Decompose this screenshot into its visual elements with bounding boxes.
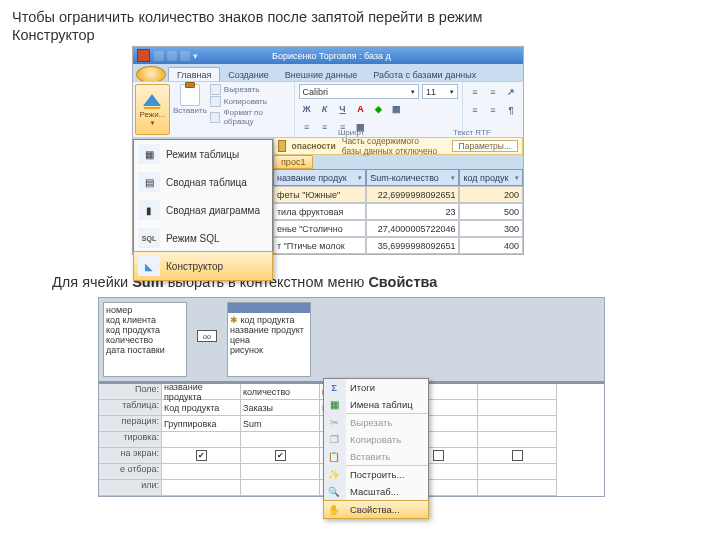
- qbe-row-label: тировка:: [99, 432, 161, 448]
- menu-pivot-chart[interactable]: ▮Сводная диаграмма: [134, 196, 272, 224]
- qbe-column[interactable]: [478, 384, 557, 496]
- underline-button[interactable]: Ч: [335, 101, 351, 117]
- show-checkbox[interactable]: [433, 450, 444, 461]
- ctx-properties[interactable]: ✋Свойства...: [323, 500, 429, 519]
- tab-dbtools[interactable]: Работа с базами данных: [365, 68, 484, 81]
- font-color-button[interactable]: A: [353, 101, 369, 117]
- sigma-icon: Σ: [327, 381, 341, 395]
- ctx-zoom[interactable]: 🔍Масштаб...: [324, 483, 428, 500]
- qbe-row-label: на экран:: [99, 448, 161, 464]
- pivot-table-icon: ▤: [138, 172, 160, 192]
- copy-button[interactable]: Копировать: [210, 96, 292, 107]
- copy-icon: [210, 96, 221, 107]
- table-row[interactable]: тила фруктовая23500: [273, 203, 523, 220]
- ctx-paste[interactable]: 📋Вставить: [324, 448, 428, 465]
- group-label-font: Шрифт: [338, 128, 364, 137]
- table-row[interactable]: феты "Южные"22,6999998092651200: [273, 186, 523, 203]
- zoom-icon: 🔍: [327, 485, 341, 499]
- table-row[interactable]: т "Птичье молок35,6999998092651400: [273, 237, 523, 254]
- paste-icon: 📋: [327, 450, 341, 464]
- qbe-row-label: е отбора:: [99, 464, 161, 480]
- tab-create[interactable]: Создание: [220, 68, 277, 81]
- access-ribbon-screenshot: ▾ Борисенко Торговля : база д Главная Со…: [132, 46, 524, 255]
- qbe-row-label: Поле:: [99, 384, 161, 400]
- show-checkbox[interactable]: ✔: [275, 450, 286, 461]
- menu-sql-view[interactable]: SQLРежим SQL: [134, 224, 272, 252]
- security-warning-bar: опасности Часть содержимого базы данных …: [273, 137, 523, 155]
- ctx-copy[interactable]: ❐Копировать: [324, 431, 428, 448]
- sql-icon: SQL: [138, 228, 160, 248]
- instruction-1: Чтобы ограничить количество знаков после…: [12, 8, 708, 44]
- gridlines-button[interactable]: ▦: [389, 101, 405, 117]
- copy-icon: ❐: [327, 433, 341, 447]
- ctx-cut[interactable]: ✂Вырезать: [324, 414, 428, 431]
- window-titlebar: ▾ Борисенко Торговля : база д: [133, 47, 523, 64]
- datasheet-icon: ▦: [138, 144, 160, 164]
- align-left-button[interactable]: ≡: [299, 119, 315, 135]
- menu-datasheet-view[interactable]: ▦Режим таблицы: [134, 140, 272, 168]
- col-header-name[interactable]: название продук▾: [273, 169, 366, 186]
- view-mode-button[interactable]: Режи... ▼: [135, 84, 170, 135]
- properties-icon: ✋: [327, 503, 341, 517]
- fill-color-button[interactable]: ◆: [371, 101, 387, 117]
- qbe-row-label: или:: [99, 480, 161, 496]
- italic-button[interactable]: К: [317, 101, 333, 117]
- font-name-select[interactable]: Calibri▾: [299, 84, 419, 99]
- query-tab: прос1: [273, 155, 523, 169]
- brush-icon: [210, 112, 221, 123]
- group-label-rtf: Текст RTF: [453, 128, 491, 137]
- access-logo-icon: [137, 49, 150, 62]
- warning-options-button[interactable]: Параметры...: [452, 140, 518, 152]
- relationship-pane: номеркод клиентакод продуктаколичествода…: [99, 298, 604, 382]
- ctx-build[interactable]: ✨Построить...: [324, 466, 428, 483]
- font-size-select[interactable]: 11▾: [422, 84, 458, 99]
- col-header-code[interactable]: код продук▾: [459, 169, 523, 186]
- wand-icon: ✨: [327, 468, 341, 482]
- qbe-column[interactable]: название продуктаКод продуктаГруппировка…: [162, 384, 241, 496]
- pivot-chart-icon: ▮: [138, 200, 160, 220]
- col-header-sum[interactable]: Sum-количество▾: [366, 169, 459, 186]
- relationship-link-icon: оо: [197, 330, 217, 342]
- format-painter-button[interactable]: Формат по образцу: [210, 108, 292, 126]
- menu-design-view[interactable]: ◣Конструктор: [133, 251, 273, 281]
- query-result-grid: название продук▾ Sum-количество▾ код про…: [273, 169, 523, 254]
- view-mode-menu: ▦Режим таблицы ▤Сводная таблица ▮Сводная…: [133, 139, 273, 281]
- design-icon: ◣: [138, 256, 160, 276]
- qbe-row-label: перация:: [99, 416, 161, 432]
- align-center-button[interactable]: ≡: [317, 119, 333, 135]
- ribbon: Режи... ▼ Вставить Вырезать Копировать Ф…: [133, 81, 523, 137]
- ctx-table-names[interactable]: ▦Имена таблиц: [324, 396, 428, 413]
- tab-home[interactable]: Главная: [168, 67, 220, 81]
- cut-icon: [210, 84, 221, 95]
- table-fieldlist-2[interactable]: ✱ код продукта название продуктценарисун…: [227, 302, 311, 377]
- check-icon: ▦: [327, 398, 341, 412]
- tab-external[interactable]: Внешние данные: [277, 68, 365, 81]
- bold-button[interactable]: Ж: [299, 101, 315, 117]
- paste-button[interactable]: Вставить: [174, 84, 206, 135]
- menu-pivot-table[interactable]: ▤Сводная таблица: [134, 168, 272, 196]
- ribbon-tabs: Главная Создание Внешние данные Работа с…: [133, 64, 523, 81]
- qbe-row-label: таблица:: [99, 400, 161, 416]
- query-design-screenshot: номеркод клиентакод продуктаколичествода…: [98, 297, 605, 497]
- scissors-icon: ✂: [327, 416, 341, 430]
- context-menu: ΣИтоги ▦Имена таблиц ✂Вырезать ❐Копирова…: [323, 378, 429, 519]
- cut-button[interactable]: Вырезать: [210, 84, 292, 95]
- shield-icon: [278, 140, 286, 152]
- show-checkbox[interactable]: ✔: [196, 450, 207, 461]
- table-row[interactable]: енье "Столично27,4000005722046300: [273, 220, 523, 237]
- qbe-column[interactable]: количествоЗаказыSum✔: [241, 384, 320, 496]
- ctx-totals[interactable]: ΣИтоги: [324, 379, 428, 396]
- show-checkbox[interactable]: [512, 450, 523, 461]
- table-fieldlist-1[interactable]: номеркод клиентакод продуктаколичествода…: [103, 302, 187, 377]
